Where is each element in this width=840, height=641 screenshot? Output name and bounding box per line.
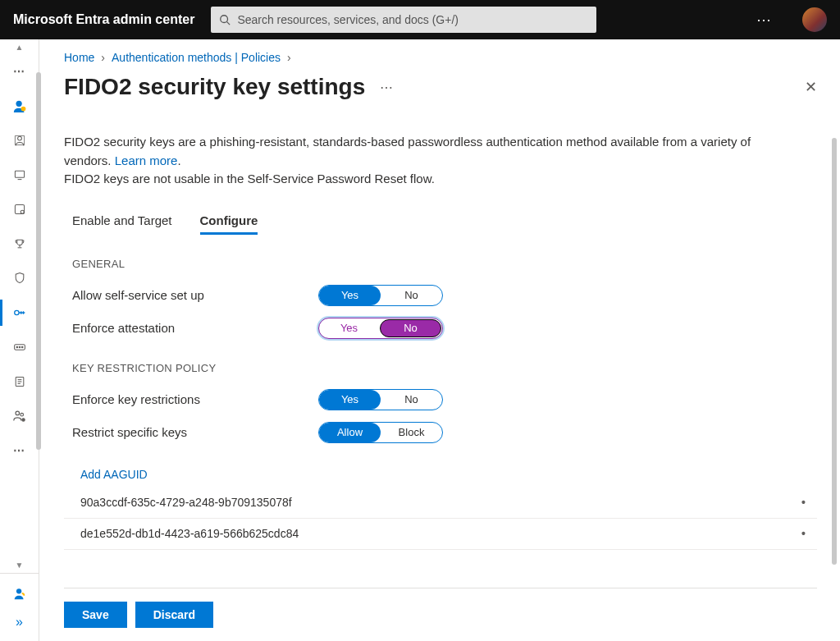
- tab-configure[interactable]: Configure: [200, 213, 258, 235]
- toggle-option-yes[interactable]: Yes: [319, 318, 379, 338]
- section-general: GENERAL: [72, 258, 817, 270]
- svg-point-15: [21, 346, 23, 348]
- app-title: Microsoft Entra admin center: [13, 12, 194, 27]
- toggle-attestation[interactable]: Yes No: [318, 318, 443, 339]
- aaguid-value: de1e552d-db1d-4423-a619-566b625cdc84: [80, 527, 299, 540]
- svg-point-8: [21, 210, 24, 213]
- user-avatar[interactable]: [802, 7, 827, 32]
- nav-ellipsis-bottom[interactable]: ⋯: [11, 442, 28, 459]
- nav-scroll-down[interactable]: ▼: [12, 557, 27, 573]
- title-more-icon[interactable]: ⋯: [380, 80, 395, 95]
- toggle-self-service[interactable]: Yes No: [318, 285, 443, 306]
- nav-key-icon[interactable]: [11, 304, 28, 321]
- tab-enable-and-target[interactable]: Enable and Target: [72, 213, 172, 235]
- page-description: FIDO2 security keys are a phishing-resis…: [64, 133, 778, 189]
- svg-point-4: [17, 136, 21, 140]
- main-content: Home › Authentication methods | Policies…: [39, 39, 840, 641]
- label-attestation: Enforce attestation: [72, 321, 318, 335]
- toggle-option-yes[interactable]: Yes: [319, 390, 381, 410]
- toggle-option-no[interactable]: No: [381, 286, 442, 305]
- svg-point-11: [14, 310, 18, 314]
- toggle-option-block[interactable]: Block: [381, 423, 442, 442]
- svg-point-23: [16, 588, 21, 593]
- toggle-option-no[interactable]: No: [380, 319, 441, 337]
- nav-people-icon[interactable]: [11, 408, 28, 424]
- nav-user-icon[interactable]: [11, 98, 28, 114]
- label-self-service: Allow self-service set up: [72, 288, 318, 302]
- aaguid-value: 90a3ccdf-635c-4729-a248-9b709135078f: [80, 496, 292, 509]
- section-key-restriction: KEY RESTRICTION POLICY: [72, 362, 817, 374]
- left-nav: ▲ ⋯: [0, 39, 39, 641]
- svg-point-3: [21, 107, 25, 112]
- learn-more-link[interactable]: Learn more: [115, 153, 178, 167]
- close-icon[interactable]: ✕: [805, 78, 817, 96]
- svg-line-1: [227, 22, 231, 25]
- breadcrumb-auth-methods[interactable]: Authentication methods | Policies: [112, 51, 281, 64]
- search-placeholder: Search resources, services, and docs (G+…: [237, 13, 459, 26]
- toggle-option-allow[interactable]: Allow: [319, 423, 381, 442]
- toggle-option-no[interactable]: No: [381, 390, 442, 410]
- chevron-right-icon: ›: [101, 51, 105, 64]
- main-scrollbar[interactable]: [832, 138, 837, 565]
- add-aaguid-link[interactable]: Add AAGUID: [80, 468, 817, 481]
- breadcrumb: Home › Authentication methods | Policies…: [64, 51, 817, 64]
- nav-device-icon[interactable]: [11, 167, 28, 183]
- nav-ellipsis-top[interactable]: ⋯: [11, 63, 28, 80]
- toggle-option-yes[interactable]: Yes: [319, 286, 381, 305]
- toggle-key-restrictions[interactable]: Yes No: [318, 389, 443, 410]
- nav-identity-icon[interactable]: [11, 132, 28, 149]
- svg-point-0: [221, 16, 228, 23]
- toggle-restrict-keys[interactable]: Allow Block: [318, 422, 443, 443]
- nav-expand-icon[interactable]: »: [16, 615, 23, 630]
- svg-rect-7: [15, 204, 24, 213]
- svg-point-13: [16, 346, 18, 348]
- row-more-icon[interactable]: •: [801, 527, 806, 540]
- nav-scroll-up[interactable]: ▲: [12, 39, 27, 55]
- aaguid-row[interactable]: de1e552d-db1d-4423-a619-566b625cdc84 •: [64, 519, 817, 550]
- discard-button[interactable]: Discard: [135, 602, 213, 628]
- search-input[interactable]: Search resources, services, and docs (G+…: [211, 7, 596, 33]
- save-button[interactable]: Save: [64, 602, 127, 628]
- nav-password-icon[interactable]: [11, 339, 28, 355]
- nav-trophy-icon[interactable]: [11, 236, 28, 252]
- aaguid-row[interactable]: 90a3ccdf-635c-4729-a248-9b709135078f •: [64, 488, 817, 519]
- search-icon: [219, 14, 231, 25]
- svg-point-22: [21, 418, 25, 422]
- tabs: Enable and Target Configure: [72, 213, 817, 235]
- nav-app-icon[interactable]: [11, 201, 28, 217]
- nav-shield-icon[interactable]: [11, 270, 28, 286]
- breadcrumb-home[interactable]: Home: [64, 51, 94, 64]
- label-restrict-keys: Restrict specific keys: [72, 425, 318, 439]
- svg-point-21: [20, 413, 23, 416]
- label-key-restrictions: Enforce key restrictions: [72, 392, 318, 406]
- row-more-icon[interactable]: •: [801, 496, 806, 509]
- header-more-icon[interactable]: ⋯: [756, 11, 773, 29]
- page-title: FIDO2 security key settings: [64, 74, 365, 100]
- svg-point-14: [19, 346, 21, 348]
- svg-point-20: [16, 411, 20, 415]
- chevron-right-icon: ›: [287, 51, 291, 64]
- nav-document-icon[interactable]: [11, 373, 28, 390]
- footer: Save Discard: [64, 588, 817, 641]
- svg-point-2: [16, 101, 21, 107]
- nav-support-icon[interactable]: [11, 585, 28, 602]
- svg-rect-5: [15, 171, 24, 177]
- top-header: Microsoft Entra admin center Search reso…: [0, 0, 840, 39]
